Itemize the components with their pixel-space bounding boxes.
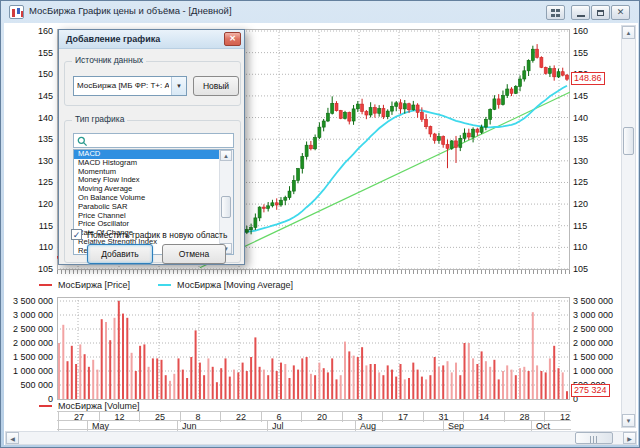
candle-body xyxy=(297,169,300,181)
volume-bar xyxy=(532,312,534,399)
candle-body xyxy=(399,103,402,109)
search-icon xyxy=(77,136,88,147)
volume-bar xyxy=(199,363,201,399)
volume-bar xyxy=(434,357,436,399)
list-scroll-up-button[interactable]: ▲ xyxy=(220,150,232,161)
scroll-right-button[interactable]: ▶ xyxy=(623,432,636,444)
volume-bar xyxy=(237,372,239,399)
volume-bar xyxy=(523,367,525,399)
minimize-icon xyxy=(577,15,585,17)
chart-type-search-input[interactable] xyxy=(73,133,234,148)
volume-bar xyxy=(451,372,453,399)
volume-bar xyxy=(417,370,419,399)
month-lead-cell xyxy=(58,421,87,431)
candle-body xyxy=(536,49,539,57)
new-area-checkbox[interactable]: ✓ xyxy=(71,229,82,240)
axis-tick-label: 130 xyxy=(573,156,603,166)
volume-bar xyxy=(348,351,350,399)
new-source-button[interactable]: Новый xyxy=(193,76,239,96)
layout-grid-button[interactable] xyxy=(546,5,565,20)
volume-bar xyxy=(404,379,406,399)
volume-bar xyxy=(267,375,269,399)
candle-body xyxy=(280,200,283,205)
volume-bar xyxy=(382,375,384,399)
scroll-up-button[interactable]: ▲ xyxy=(622,26,635,39)
candle-body xyxy=(395,103,398,107)
volume-bar xyxy=(408,378,410,399)
data-source-label: Источник данных xyxy=(72,55,146,65)
candle-body xyxy=(420,112,423,119)
scroll-left-button[interactable]: ◀ xyxy=(6,432,19,444)
candle-body xyxy=(322,121,325,127)
volume-bar xyxy=(515,375,517,399)
candle-body xyxy=(506,89,509,96)
axis-tick-label: 160 xyxy=(9,26,53,36)
chevron-down-icon[interactable]: ▼ xyxy=(171,77,186,95)
horizontal-scrollbar[interactable]: ◀ ▶ xyxy=(5,431,637,445)
volume-bar xyxy=(353,356,355,399)
add-button[interactable]: Добавить xyxy=(87,244,153,264)
axis-tick-label: 150 xyxy=(9,69,53,79)
month-label: Aug xyxy=(355,421,443,431)
candle-body xyxy=(502,96,505,105)
vertical-scroll-thumb[interactable] xyxy=(623,127,634,155)
price-legend: МосБиржа [Price]МосБиржа [Moving Average… xyxy=(39,278,321,291)
volume-bar xyxy=(161,360,163,399)
candle-body xyxy=(446,144,449,148)
candle-body xyxy=(412,105,415,110)
close-window-button[interactable]: ✕ xyxy=(611,5,630,20)
candle-body xyxy=(378,109,381,114)
list-scroll-thumb[interactable] xyxy=(221,196,231,218)
candle-body xyxy=(489,109,492,119)
volume-bar xyxy=(88,367,90,399)
candle-body xyxy=(391,106,394,111)
dialog-title-bar[interactable]: Добавление графика ✕ xyxy=(59,30,244,49)
dialog-close-button[interactable]: ✕ xyxy=(224,32,241,46)
axis-tick-label: 155 xyxy=(573,48,603,58)
data-source-combo[interactable]: МосБиржа [МБ ФР: Т+: Ак ▼ xyxy=(73,76,187,96)
horizontal-scroll-thumb[interactable] xyxy=(575,432,613,444)
cancel-button[interactable]: Отмена xyxy=(162,244,226,264)
candle-body xyxy=(305,145,308,156)
axis-tick-label: 140 xyxy=(9,113,53,123)
title-bar: МосБиржа График цены и объёма - [Дневной… xyxy=(1,1,640,23)
volume-bar xyxy=(276,371,278,399)
volume-bar xyxy=(105,322,107,399)
volume-bar xyxy=(464,343,466,399)
legend-label: МосБиржа [Price] xyxy=(58,280,130,290)
candle-body xyxy=(352,109,355,121)
candle-body xyxy=(361,104,364,111)
candle-body xyxy=(267,206,270,209)
volume-bar xyxy=(135,371,137,399)
volume-bar xyxy=(498,379,500,399)
candle-body xyxy=(472,129,475,137)
month-label: Jun xyxy=(177,421,267,431)
volume-bar xyxy=(502,371,504,399)
candle-body xyxy=(382,109,385,117)
candle-body xyxy=(450,141,453,148)
date-axis: 27122582262031731142812 MayJunJulAugSepO… xyxy=(57,411,571,431)
volume-chart[interactable] xyxy=(57,297,570,400)
scroll-down-button[interactable]: ▼ xyxy=(622,414,635,427)
app-icon xyxy=(9,5,24,19)
volume-bar xyxy=(391,370,393,399)
month-row: MayJunJulAugSepOct xyxy=(57,420,571,430)
volume-bar xyxy=(233,370,235,399)
axis-tick-label: 120 xyxy=(9,199,53,209)
volume-bar xyxy=(284,364,286,399)
volume-bar xyxy=(250,357,252,399)
volume-bar xyxy=(553,346,555,399)
volume-bar xyxy=(84,354,86,399)
vertical-scrollbar[interactable]: ▲ ▼ xyxy=(621,25,636,428)
minimize-button[interactable] xyxy=(571,5,590,20)
candle-body xyxy=(566,75,569,79)
volume-bar xyxy=(156,358,158,399)
window-title: МосБиржа График цены и объёма - [Дневной… xyxy=(29,5,232,16)
restore-button[interactable] xyxy=(591,5,610,20)
volume-bar xyxy=(540,371,542,399)
candle-body xyxy=(425,119,428,126)
volume-bar xyxy=(96,370,98,399)
axis-tick-label: 135 xyxy=(573,134,603,144)
volume-bar xyxy=(438,367,440,399)
volume-bar xyxy=(310,374,312,399)
